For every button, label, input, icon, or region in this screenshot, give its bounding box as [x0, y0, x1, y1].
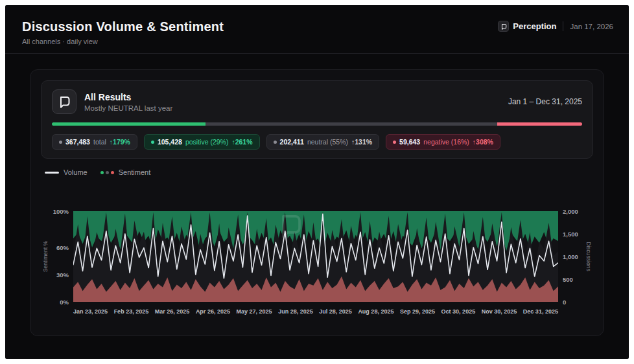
negative-delta: ↑308% — [473, 138, 493, 146]
y-tick-label: 1,000 — [563, 253, 578, 260]
dashboard: Discussion Volume & Sentiment All channe… — [5, 5, 629, 359]
stat-positive[interactable]: 105,428 positive (29%) ↑261% — [144, 134, 260, 150]
summary-titles: All Results Mostly NEUTRAL last year — [84, 92, 172, 112]
volume-line-swatch-icon — [45, 172, 59, 174]
summary-subtitle: Mostly NEUTRAL last year — [84, 104, 172, 112]
x-tick-label: Sep 29, 2025 — [400, 308, 435, 315]
legend-sentiment[interactable]: Sentiment — [100, 168, 151, 176]
sentiment-bar-negative — [497, 122, 582, 126]
watermark-logo-icon — [277, 212, 303, 241]
x-axis-ticks: Jan 23, 2025Feb 23, 2025Mar 26, 2025Apr … — [73, 302, 558, 315]
y-tick-label: 2,000 — [563, 208, 578, 215]
x-tick-label: Nov 30, 2025 — [482, 308, 517, 315]
x-tick-label: Feb 23, 2025 — [114, 308, 149, 315]
x-tick-label: Mar 26, 2025 — [155, 308, 190, 315]
left-axis-ticks: 100%60%30%0% — [50, 211, 73, 302]
neutral-label: neutral (55%) — [307, 138, 348, 146]
right-axis-ticks: 2,0001,5001,0005000 — [558, 211, 584, 302]
y-tick-label: 100% — [53, 208, 69, 215]
y-tick-label: 60% — [56, 244, 69, 251]
x-tick-label: Jul 28, 2025 — [319, 308, 352, 315]
plot-area[interactable] — [73, 211, 558, 302]
neutral-delta: ↑131% — [351, 138, 372, 146]
sentiment-distribution-bar — [52, 122, 582, 126]
right-axis-title: Discussions — [584, 211, 593, 302]
summary-card: All Results Mostly NEUTRAL last year Jan… — [41, 80, 593, 159]
neutral-value: 202,411 — [280, 138, 304, 146]
chart: Sentiment % 100%60%30%0% 2,0001,5001,000… — [41, 211, 593, 315]
all-results-logo-icon — [52, 89, 76, 114]
negative-dot-icon — [393, 141, 396, 144]
positive-dot-icon — [151, 141, 154, 144]
legend-sentiment-label: Sentiment — [119, 168, 151, 176]
stat-pills: 367,483 total ↑179% 105,428 positive (29… — [52, 134, 582, 150]
x-tick-label: Dec 31, 2025 — [523, 308, 558, 315]
positive-label: positive (29%) — [185, 138, 229, 146]
header-right: Perception Jan 17, 2026 — [498, 21, 613, 32]
y-tick-label: 30% — [56, 271, 69, 279]
x-tick-label: Jun 28, 2025 — [278, 308, 313, 315]
main-card: All Results Mostly NEUTRAL last year Jan… — [30, 69, 604, 336]
y-tick-label: 0 — [563, 299, 566, 306]
sentiment-bar-neutral — [205, 122, 497, 126]
header-separator — [563, 21, 563, 31]
legend-volume[interactable]: Volume — [45, 168, 88, 176]
stat-total[interactable]: 367,483 total ↑179% — [52, 134, 137, 150]
y-tick-label: 0% — [60, 299, 69, 306]
x-tick-label: Aug 28, 2025 — [358, 308, 393, 315]
stat-neutral[interactable]: 202,411 neutral (55%) ↑131% — [266, 134, 380, 150]
total-label: total — [93, 138, 106, 146]
header-divider — [5, 53, 629, 54]
x-tick-label: May 27, 2025 — [237, 308, 272, 315]
brand: Perception — [498, 21, 556, 32]
chart-canvas[interactable] — [73, 211, 558, 302]
x-tick-label: Jan 23, 2025 — [73, 308, 108, 315]
date-range: Jan 1 – Dec 31, 2025 — [508, 97, 582, 106]
y-tick-label: 1,500 — [563, 231, 578, 238]
x-tick-label: Apr 26, 2025 — [196, 308, 230, 315]
x-tick-label: Oct 30, 2025 — [441, 308, 476, 315]
sentiment-bar-positive — [52, 122, 205, 126]
perception-logo-icon — [498, 21, 509, 32]
legend-volume-label: Volume — [64, 168, 88, 176]
total-delta: ↑179% — [110, 138, 130, 146]
brand-name: Perception — [513, 21, 556, 31]
total-value: 367,483 — [65, 138, 90, 146]
total-dot-icon — [59, 141, 62, 144]
summary-header: All Results Mostly NEUTRAL last year Jan… — [52, 89, 582, 114]
y-tick-label: 500 — [563, 276, 573, 283]
sentiment-dots-icon — [100, 171, 114, 174]
header-date: Jan 17, 2026 — [570, 23, 613, 30]
header: Discussion Volume & Sentiment All channe… — [5, 5, 629, 53]
neutral-dot-icon — [274, 141, 277, 144]
negative-label: negative (16%) — [423, 138, 469, 146]
stat-negative[interactable]: 59,643 negative (16%) ↑308% — [386, 134, 500, 150]
positive-delta: ↑261% — [231, 138, 252, 146]
page-subtitle: All channels · daily view — [22, 38, 612, 45]
summary-title: All Results — [84, 92, 172, 102]
positive-value: 105,428 — [158, 138, 182, 146]
left-axis-title: Sentiment % — [41, 211, 50, 302]
negative-value: 59,643 — [399, 138, 420, 146]
chart-legend: Volume Sentiment — [45, 168, 589, 176]
